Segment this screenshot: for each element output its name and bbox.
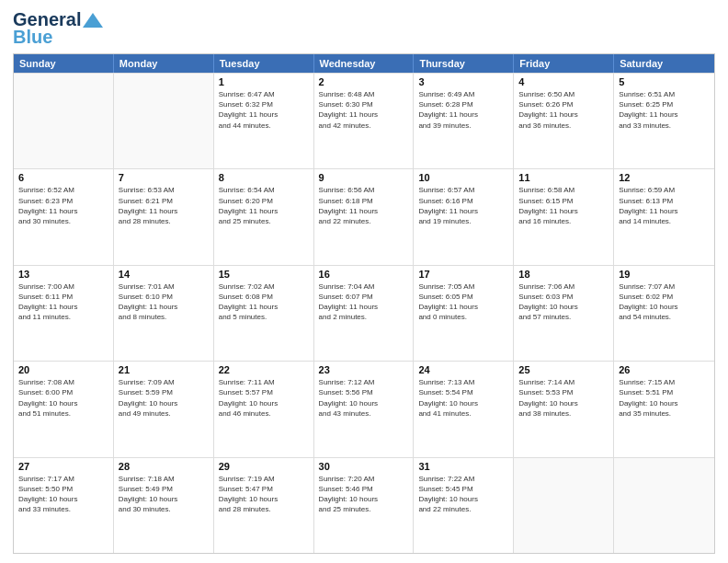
day-number: 2 [319, 76, 409, 87]
day-number: 11 [518, 172, 609, 183]
day-number: 6 [18, 172, 108, 183]
header: General Blue [13, 9, 715, 48]
day-info: Sunrise: 6:48 AM Sunset: 6:30 PM Dayligh… [319, 89, 409, 131]
day-number: 28 [119, 461, 209, 472]
day-number: 30 [319, 461, 409, 472]
day-number: 13 [18, 269, 108, 280]
cal-cell-day-2: 2Sunrise: 6:48 AM Sunset: 6:30 PM Daylig… [314, 74, 415, 168]
day-number: 18 [518, 269, 609, 280]
day-info: Sunrise: 7:07 AM Sunset: 6:02 PM Dayligh… [619, 282, 710, 323]
cal-cell-day-11: 11Sunrise: 6:58 AM Sunset: 6:15 PM Dayli… [514, 169, 614, 264]
cal-cell-empty [114, 74, 214, 168]
cal-cell-day-14: 14Sunrise: 7:01 AM Sunset: 6:10 PM Dayli… [114, 266, 214, 361]
cal-header-wednesday: Wednesday [314, 54, 415, 73]
day-number: 25 [518, 364, 609, 375]
day-number: 14 [119, 269, 209, 280]
cal-header-sunday: Sunday [14, 54, 114, 73]
svg-marker-0 [83, 13, 103, 28]
day-info: Sunrise: 6:52 AM Sunset: 6:23 PM Dayligh… [18, 185, 108, 226]
cal-week-1: 1Sunrise: 6:47 AM Sunset: 6:32 PM Daylig… [14, 73, 714, 168]
cal-cell-day-9: 9Sunrise: 6:56 AM Sunset: 6:18 PM Daylig… [314, 169, 415, 264]
cal-cell-day-26: 26Sunrise: 7:15 AM Sunset: 5:51 PM Dayli… [614, 362, 714, 456]
cal-cell-day-21: 21Sunrise: 7:09 AM Sunset: 5:59 PM Dayli… [114, 362, 214, 456]
day-number: 10 [418, 172, 508, 183]
day-info: Sunrise: 7:12 AM Sunset: 5:56 PM Dayligh… [319, 377, 409, 419]
day-number: 8 [219, 172, 309, 183]
cal-cell-empty [614, 458, 714, 553]
day-number: 24 [418, 364, 508, 375]
calendar-body: 1Sunrise: 6:47 AM Sunset: 6:32 PM Daylig… [14, 73, 714, 553]
day-info: Sunrise: 7:01 AM Sunset: 6:10 PM Dayligh… [119, 282, 209, 323]
day-number: 3 [418, 76, 508, 87]
day-number: 4 [518, 76, 609, 87]
day-info: Sunrise: 7:13 AM Sunset: 5:54 PM Dayligh… [418, 377, 508, 419]
cal-header-thursday: Thursday [414, 54, 514, 73]
day-info: Sunrise: 7:09 AM Sunset: 5:59 PM Dayligh… [119, 377, 209, 419]
day-info: Sunrise: 6:49 AM Sunset: 6:28 PM Dayligh… [418, 89, 508, 131]
cal-cell-day-13: 13Sunrise: 7:00 AM Sunset: 6:11 PM Dayli… [14, 266, 114, 361]
cal-cell-day-19: 19Sunrise: 7:07 AM Sunset: 6:02 PM Dayli… [614, 266, 714, 361]
day-info: Sunrise: 6:54 AM Sunset: 6:20 PM Dayligh… [219, 185, 309, 226]
day-info: Sunrise: 7:05 AM Sunset: 6:05 PM Dayligh… [418, 282, 508, 323]
day-info: Sunrise: 6:53 AM Sunset: 6:21 PM Dayligh… [119, 185, 209, 226]
cal-cell-day-28: 28Sunrise: 7:18 AM Sunset: 5:49 PM Dayli… [114, 458, 214, 553]
cal-cell-day-16: 16Sunrise: 7:04 AM Sunset: 6:07 PM Dayli… [314, 266, 415, 361]
day-number: 12 [619, 172, 710, 183]
day-info: Sunrise: 7:15 AM Sunset: 5:51 PM Dayligh… [619, 377, 710, 419]
logo: General Blue [13, 9, 103, 48]
cal-cell-day-10: 10Sunrise: 6:57 AM Sunset: 6:16 PM Dayli… [414, 169, 514, 264]
cal-header-friday: Friday [514, 54, 614, 73]
day-info: Sunrise: 7:11 AM Sunset: 5:57 PM Dayligh… [219, 377, 309, 419]
day-number: 19 [619, 269, 710, 280]
day-number: 26 [619, 364, 710, 375]
cal-cell-day-24: 24Sunrise: 7:13 AM Sunset: 5:54 PM Dayli… [414, 362, 514, 456]
day-number: 1 [219, 76, 309, 87]
day-number: 16 [319, 269, 409, 280]
cal-cell-day-4: 4Sunrise: 6:50 AM Sunset: 6:26 PM Daylig… [514, 74, 614, 168]
day-info: Sunrise: 6:47 AM Sunset: 6:32 PM Dayligh… [219, 89, 309, 131]
day-number: 5 [619, 76, 710, 87]
day-number: 31 [418, 461, 508, 472]
day-info: Sunrise: 7:08 AM Sunset: 6:00 PM Dayligh… [18, 377, 108, 419]
cal-cell-day-23: 23Sunrise: 7:12 AM Sunset: 5:56 PM Dayli… [314, 362, 415, 456]
cal-cell-day-25: 25Sunrise: 7:14 AM Sunset: 5:53 PM Dayli… [514, 362, 614, 456]
day-number: 20 [18, 364, 108, 375]
day-info: Sunrise: 7:20 AM Sunset: 5:46 PM Dayligh… [319, 474, 409, 515]
day-number: 21 [119, 364, 209, 375]
day-info: Sunrise: 7:14 AM Sunset: 5:53 PM Dayligh… [518, 377, 609, 419]
day-info: Sunrise: 7:02 AM Sunset: 6:08 PM Dayligh… [219, 282, 309, 323]
cal-header-monday: Monday [114, 54, 214, 73]
day-number: 9 [319, 172, 409, 183]
day-info: Sunrise: 6:56 AM Sunset: 6:18 PM Dayligh… [319, 185, 409, 226]
cal-cell-day-20: 20Sunrise: 7:08 AM Sunset: 6:00 PM Dayli… [14, 362, 114, 456]
cal-cell-day-29: 29Sunrise: 7:19 AM Sunset: 5:47 PM Dayli… [214, 458, 314, 553]
cal-cell-day-6: 6Sunrise: 6:52 AM Sunset: 6:23 PM Daylig… [14, 169, 114, 264]
cal-cell-day-15: 15Sunrise: 7:02 AM Sunset: 6:08 PM Dayli… [214, 266, 314, 361]
cal-cell-day-7: 7Sunrise: 6:53 AM Sunset: 6:21 PM Daylig… [114, 169, 214, 264]
calendar-header-row: SundayMondayTuesdayWednesdayThursdayFrid… [14, 54, 714, 73]
day-number: 29 [219, 461, 309, 472]
day-info: Sunrise: 6:51 AM Sunset: 6:25 PM Dayligh… [619, 89, 710, 131]
logo-icon [83, 13, 103, 28]
day-info: Sunrise: 7:19 AM Sunset: 5:47 PM Dayligh… [219, 474, 309, 515]
calendar: SundayMondayTuesdayWednesdayThursdayFrid… [13, 53, 715, 554]
day-number: 27 [18, 461, 108, 472]
cal-cell-empty [514, 458, 614, 553]
day-info: Sunrise: 7:18 AM Sunset: 5:49 PM Dayligh… [119, 474, 209, 515]
cal-cell-day-12: 12Sunrise: 6:59 AM Sunset: 6:13 PM Dayli… [614, 169, 714, 264]
day-info: Sunrise: 6:57 AM Sunset: 6:16 PM Dayligh… [418, 185, 508, 226]
cal-header-tuesday: Tuesday [214, 54, 314, 73]
cal-cell-day-18: 18Sunrise: 7:06 AM Sunset: 6:03 PM Dayli… [514, 266, 614, 361]
day-info: Sunrise: 6:59 AM Sunset: 6:13 PM Dayligh… [619, 185, 710, 226]
cal-week-5: 27Sunrise: 7:17 AM Sunset: 5:50 PM Dayli… [14, 457, 714, 553]
day-info: Sunrise: 7:04 AM Sunset: 6:07 PM Dayligh… [319, 282, 409, 323]
cal-cell-empty [14, 74, 114, 168]
day-number: 23 [319, 364, 409, 375]
day-number: 22 [219, 364, 309, 375]
day-info: Sunrise: 6:50 AM Sunset: 6:26 PM Dayligh… [518, 89, 609, 131]
day-info: Sunrise: 7:22 AM Sunset: 5:45 PM Dayligh… [418, 474, 508, 515]
cal-cell-day-31: 31Sunrise: 7:22 AM Sunset: 5:45 PM Dayli… [414, 458, 514, 553]
day-info: Sunrise: 7:00 AM Sunset: 6:11 PM Dayligh… [18, 282, 108, 323]
cal-cell-day-8: 8Sunrise: 6:54 AM Sunset: 6:20 PM Daylig… [214, 169, 314, 264]
logo-text-blue: Blue [13, 27, 52, 48]
